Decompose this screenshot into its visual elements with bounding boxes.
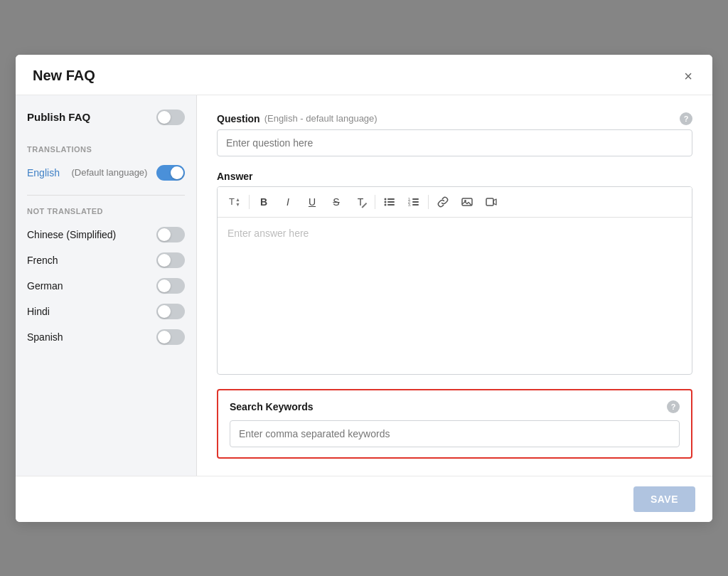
- keywords-section: Search Keywords ?: [217, 389, 692, 459]
- toolbar-divider-2: [375, 195, 375, 209]
- lang-row-english[interactable]: English (Default language): [27, 161, 185, 185]
- lang-name-english: English: [27, 167, 60, 178]
- answer-label-row: Answer: [217, 171, 692, 182]
- section-divider: [27, 195, 185, 196]
- svg-point-2: [385, 201, 387, 203]
- toolbar-ordered-list[interactable]: 1. 2. 3.: [402, 191, 425, 213]
- svg-rect-7: [412, 198, 419, 200]
- toolbar-image[interactable]: [456, 191, 478, 213]
- lang-row-hindi[interactable]: Hindi: [27, 299, 185, 324]
- lang-row-french[interactable]: French: [27, 248, 185, 272]
- svg-rect-3: [387, 201, 395, 203]
- toolbar-divider-1: [249, 195, 250, 209]
- toolbar-underline[interactable]: U: [301, 191, 323, 213]
- lang-toggle-german[interactable]: [156, 278, 185, 294]
- publish-toggle[interactable]: [156, 110, 185, 125]
- lang-row-german[interactable]: German: [27, 274, 185, 298]
- svg-text:3.: 3.: [408, 203, 411, 207]
- toolbar-video[interactable]: [480, 191, 503, 213]
- translations-section-label: TRANSLATIONS: [27, 145, 185, 154]
- svg-rect-11: [412, 204, 419, 206]
- question-label-row: Question (English - default language) ?: [217, 112, 692, 125]
- question-field-group: Question (English - default language) ?: [217, 112, 692, 156]
- lang-toggle-chinese[interactable]: [156, 227, 185, 242]
- close-button[interactable]: ×: [681, 68, 695, 85]
- toolbar-divider-3: [428, 195, 429, 209]
- modal-body: Publish FAQ TRANSLATIONS English (Defaul…: [16, 95, 712, 476]
- answer-field-group: Answer T ▲▼ B I: [217, 171, 692, 375]
- keywords-label: Search Keywords: [230, 401, 314, 412]
- editor-toolbar: T ▲▼ B I U S T: [218, 187, 692, 218]
- toolbar-link[interactable]: [432, 191, 454, 213]
- not-translated-section-label: NOT TRANSLATED: [27, 207, 185, 215]
- lang-name-chinese: Chinese (Simplified): [27, 229, 116, 240]
- toolbar-bold[interactable]: B: [252, 191, 275, 213]
- svg-point-0: [385, 198, 387, 200]
- lang-name-french: French: [27, 255, 58, 266]
- modal-dialog: New FAQ × Publish FAQ TRANSLATIONS Engli…: [16, 55, 712, 522]
- keywords-input[interactable]: [230, 420, 680, 447]
- toolbar-font-size[interactable]: T ▲▼: [223, 191, 246, 213]
- svg-rect-9: [412, 201, 419, 203]
- keywords-label-row: Search Keywords ?: [230, 400, 680, 413]
- modal-footer: SAVE: [16, 476, 712, 522]
- lang-toggle-english[interactable]: [156, 165, 185, 181]
- svg-rect-5: [387, 204, 395, 206]
- modal-header: New FAQ ×: [16, 55, 712, 95]
- lang-toggle-hindi[interactable]: [156, 304, 185, 319]
- answer-editor-area[interactable]: Enter answer here: [218, 218, 692, 374]
- lang-row-spanish[interactable]: Spanish: [27, 325, 185, 349]
- svg-point-4: [385, 203, 387, 206]
- lang-name-german: German: [27, 280, 63, 292]
- rich-editor: T ▲▼ B I U S T: [217, 186, 692, 375]
- toolbar-unordered-list[interactable]: [378, 191, 401, 213]
- lang-name-hindi: Hindi: [27, 306, 50, 317]
- toolbar-italic[interactable]: I: [277, 191, 299, 213]
- main-content: Question (English - default language) ? …: [197, 95, 712, 476]
- modal-title: New FAQ: [33, 68, 95, 84]
- lang-name-spanish: Spanish: [27, 331, 63, 343]
- sidebar: Publish FAQ TRANSLATIONS English (Defaul…: [16, 95, 197, 476]
- publish-row: Publish FAQ: [27, 110, 185, 125]
- publish-label: Publish FAQ: [27, 111, 90, 123]
- save-button[interactable]: SAVE: [633, 486, 695, 512]
- svg-point-13: [464, 200, 466, 202]
- svg-rect-14: [486, 198, 493, 206]
- toolbar-strikethrough[interactable]: S: [325, 191, 348, 213]
- lang-toggle-french[interactable]: [156, 252, 185, 268]
- lang-sub-english: (Default language): [71, 167, 147, 178]
- answer-label: Answer: [217, 171, 253, 182]
- question-label: Question: [217, 113, 260, 124]
- lang-toggle-spanish[interactable]: [156, 329, 185, 345]
- toolbar-clearformat[interactable]: T: [349, 191, 372, 213]
- question-input[interactable]: [217, 129, 692, 156]
- keywords-help-icon[interactable]: ?: [667, 400, 680, 413]
- question-lang-sub: (English - default language): [264, 113, 378, 124]
- modal-overlay: New FAQ × Publish FAQ TRANSLATIONS Engli…: [0, 0, 728, 576]
- answer-placeholder: Enter answer here: [228, 228, 309, 239]
- question-help-icon[interactable]: ?: [680, 112, 692, 125]
- svg-rect-1: [387, 198, 395, 200]
- lang-row-chinese[interactable]: Chinese (Simplified): [27, 223, 185, 247]
